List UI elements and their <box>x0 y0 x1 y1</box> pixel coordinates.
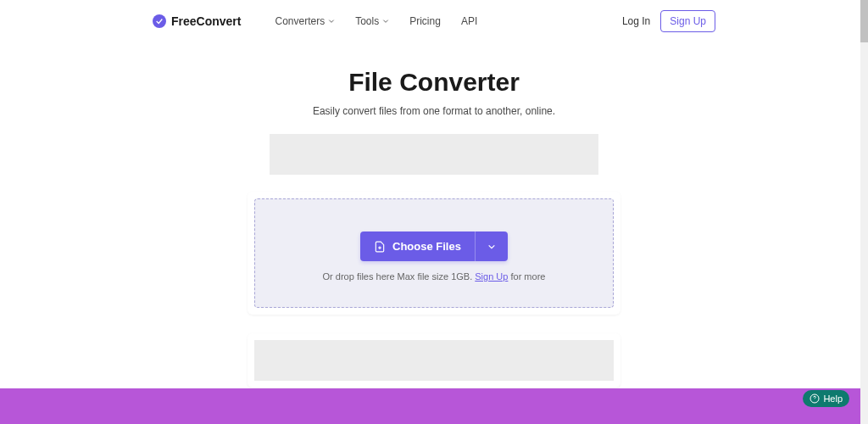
nav-label: Tools <box>355 15 379 27</box>
help-icon <box>810 393 820 404</box>
drop-hint-pre: Or drop files here Max file size 1GB. <box>323 271 476 282</box>
file-add-icon <box>374 241 386 253</box>
logo-text: FreeConvert <box>171 14 241 28</box>
chevron-down-icon <box>328 18 335 25</box>
dropzone[interactable]: Choose Files Or drop files here Max file… <box>254 198 614 308</box>
signup-link-inline[interactable]: Sign Up <box>475 271 508 282</box>
lower-card <box>248 333 620 388</box>
footer-band <box>0 388 860 424</box>
scrollbar-thumb[interactable] <box>860 0 868 42</box>
login-link[interactable]: Log In <box>622 15 650 27</box>
help-label: Help <box>823 393 843 404</box>
ad-placeholder <box>254 340 614 381</box>
nav-pricing[interactable]: Pricing <box>409 15 441 27</box>
upload-card: Choose Files Or drop files here Max file… <box>248 192 620 315</box>
nav-converters[interactable]: Converters <box>275 15 335 27</box>
signup-button[interactable]: Sign Up <box>660 10 715 32</box>
page-subtitle: Easily convert files from one format to … <box>0 105 868 117</box>
drop-hint: Or drop files here Max file size 1GB. Si… <box>272 271 596 282</box>
choose-files-label: Choose Files <box>392 240 461 253</box>
drop-hint-post: for more <box>508 271 545 282</box>
nav-label: API <box>461 15 477 27</box>
logo[interactable]: FreeConvert <box>153 14 241 28</box>
nav-api[interactable]: API <box>461 15 477 27</box>
ad-placeholder <box>270 134 598 175</box>
chevron-down-icon <box>382 18 389 25</box>
page-title: File Converter <box>0 68 868 97</box>
nav-label: Pricing <box>409 15 441 27</box>
nav-label: Converters <box>275 15 325 27</box>
choose-files-dropdown[interactable] <box>475 232 508 261</box>
help-button[interactable]: Help <box>803 390 849 407</box>
nav-tools[interactable]: Tools <box>355 15 389 27</box>
logo-icon <box>153 14 166 28</box>
choose-files-button[interactable]: Choose Files <box>360 232 475 261</box>
chevron-down-icon <box>487 243 496 251</box>
scrollbar[interactable] <box>860 0 868 424</box>
